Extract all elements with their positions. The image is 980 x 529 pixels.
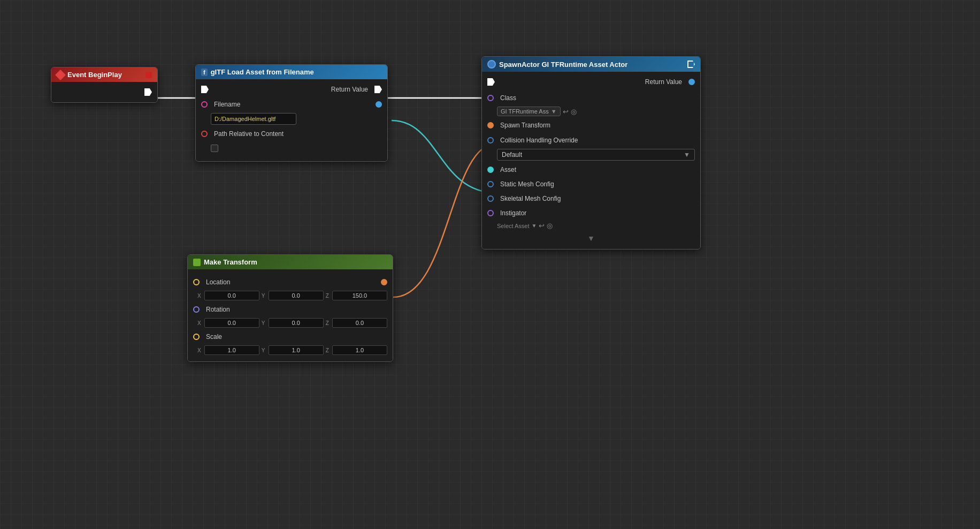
rot-x-label: X bbox=[197, 320, 201, 326]
instigator-back-icon[interactable]: ↩ bbox=[539, 222, 545, 230]
make-transform-header: Make Transform bbox=[188, 255, 393, 269]
skeletal-mesh-pin bbox=[487, 195, 494, 202]
spawn-actor-header: SpawnActor GI TFRuntime Asset Actor bbox=[482, 57, 700, 72]
scale-label: Scale bbox=[206, 333, 222, 341]
instigator-label: Instigator bbox=[500, 209, 526, 217]
diamond-icon bbox=[55, 70, 66, 80]
class-pin bbox=[487, 95, 494, 101]
exec-out-pin-2 bbox=[374, 86, 382, 93]
filename-pin bbox=[201, 101, 208, 108]
select-asset-dropdown[interactable]: Select Asset bbox=[497, 223, 530, 229]
return-value-pin-spawn bbox=[688, 79, 695, 85]
spawn-icon bbox=[487, 60, 496, 69]
path-checkbox[interactable] bbox=[211, 145, 218, 152]
class-label: Class bbox=[500, 94, 516, 102]
skeletal-mesh-label: Skeletal Mesh Config bbox=[500, 195, 561, 202]
class-dropdown-value[interactable]: GI TFRuntime Ass ▼ bbox=[497, 107, 561, 116]
rotation-y-input[interactable] bbox=[269, 318, 324, 328]
collision-pin bbox=[487, 137, 494, 143]
event-begin-play-body bbox=[51, 82, 157, 102]
asset-pin bbox=[487, 167, 494, 173]
instigator-pin bbox=[487, 210, 494, 216]
rotation-z-input[interactable] bbox=[332, 318, 387, 328]
scale-pin bbox=[193, 334, 200, 340]
filename-input[interactable] bbox=[211, 113, 296, 125]
event-begin-play-title: Event BeginPlay bbox=[67, 71, 122, 79]
loc-y-label: Y bbox=[262, 293, 265, 299]
make-transform-body: Location X Y Z Rotation X Y Z bbox=[188, 269, 393, 361]
rotation-pin bbox=[193, 306, 200, 313]
location-x-input[interactable] bbox=[204, 291, 259, 300]
location-z-input[interactable] bbox=[332, 291, 387, 300]
class-search-icon[interactable]: ◎ bbox=[571, 108, 577, 116]
gltf-load-body: Return Value Filename Path Relative to C… bbox=[196, 79, 387, 161]
exec-out-pin bbox=[144, 88, 152, 96]
instigator-search-icon[interactable]: ◎ bbox=[547, 222, 553, 230]
gltf-load-node: f gITF Load Asset from Filename Return V… bbox=[195, 64, 388, 162]
rotation-label: Rotation bbox=[206, 306, 230, 313]
f-icon: f bbox=[201, 69, 208, 76]
gltf-load-title: gITF Load Asset from Filename bbox=[211, 68, 314, 76]
scale-x-input[interactable] bbox=[204, 345, 259, 355]
filename-label: Filename bbox=[214, 101, 240, 108]
return-value-pin-transform bbox=[381, 279, 387, 285]
scale-x-label: X bbox=[197, 347, 201, 353]
return-value-pin bbox=[376, 101, 382, 108]
asset-label: Asset bbox=[500, 166, 516, 173]
spawn-exec-out bbox=[687, 61, 695, 68]
rotation-x-input[interactable] bbox=[204, 318, 259, 328]
location-pin bbox=[193, 279, 200, 285]
collision-label: Collision Handling Override bbox=[500, 137, 578, 144]
spawn-actor-node: SpawnActor GI TFRuntime Asset Actor Retu… bbox=[481, 56, 701, 250]
make-transform-node: Make Transform Location X Y Z Rotation X… bbox=[187, 254, 393, 362]
gltf-load-header: f gITF Load Asset from Filename bbox=[196, 65, 387, 79]
scale-y-label: Y bbox=[262, 347, 265, 353]
location-label: Location bbox=[206, 278, 230, 286]
class-back-icon[interactable]: ↩ bbox=[563, 108, 569, 116]
static-mesh-label: Static Mesh Config bbox=[500, 180, 554, 188]
loc-z-label: Z bbox=[326, 293, 329, 299]
scale-z-input[interactable] bbox=[332, 345, 387, 355]
scale-z-label: Z bbox=[326, 347, 329, 353]
rot-z-label: Z bbox=[326, 320, 329, 326]
spawn-transform-label: Spawn Transform bbox=[500, 122, 550, 129]
return-value-label-spawn: Return Value bbox=[645, 78, 682, 86]
exec-out-label: Return Value bbox=[331, 86, 368, 93]
spawn-actor-body: Return Value Class GI TFRuntime Ass ▼ ↩ … bbox=[482, 72, 700, 249]
event-begin-play-node: Event BeginPlay bbox=[51, 67, 158, 103]
make-transform-title: Make Transform bbox=[204, 258, 257, 266]
static-mesh-pin bbox=[487, 181, 494, 187]
path-label: Path Relative to Content bbox=[214, 130, 284, 138]
exec-in-pin bbox=[201, 86, 209, 93]
path-pin bbox=[201, 131, 208, 137]
spawn-transform-pin bbox=[487, 122, 494, 129]
event-begin-play-header: Event BeginPlay bbox=[51, 67, 157, 82]
expand-arrow[interactable]: ▼ bbox=[487, 232, 695, 245]
spawn-exec-in bbox=[487, 78, 495, 86]
scale-y-input[interactable] bbox=[269, 345, 324, 355]
loc-x-label: X bbox=[197, 293, 201, 299]
rot-y-label: Y bbox=[262, 320, 265, 326]
location-y-input[interactable] bbox=[269, 291, 324, 300]
transform-icon bbox=[193, 259, 201, 266]
spawn-actor-title: SpawnActor GI TFRuntime Asset Actor bbox=[499, 61, 627, 69]
collision-dropdown[interactable]: Default ▼ bbox=[497, 149, 695, 161]
